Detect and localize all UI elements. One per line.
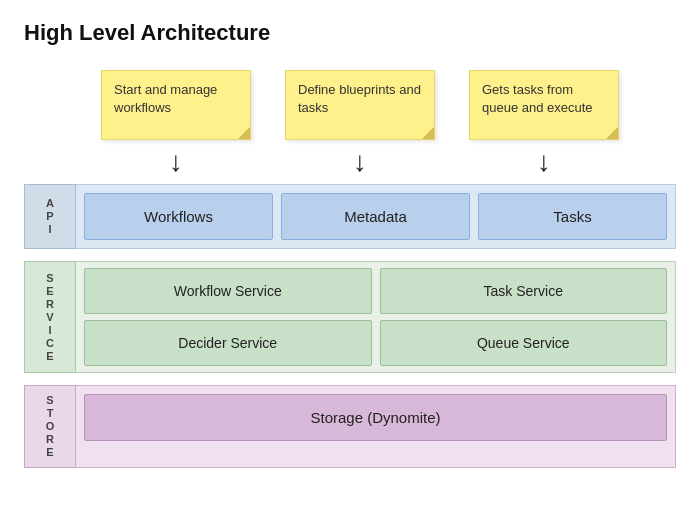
arrow-metadata: ↓ [285,144,435,180]
architecture-diagram: High Level Architecture Start and manage… [24,20,676,468]
api-tasks-cell: Tasks [478,193,667,240]
page-title: High Level Architecture [24,20,676,46]
decider-service-cell: Decider Service [84,320,372,366]
storage-cell: Storage (Dynomite) [84,394,667,441]
service-label: SERVICE [24,261,76,373]
task-service-cell: Task Service [380,268,668,314]
api-workflows-cell: Workflows [84,193,273,240]
service-row-1: Workflow Service Task Service [84,268,667,314]
store-content: Storage (Dynomite) [76,385,676,468]
api-row: API Workflows Metadata Tasks [24,184,676,249]
queue-service-cell: Queue Service [380,320,668,366]
workflow-service-cell: Workflow Service [84,268,372,314]
service-content: Workflow Service Task Service Decider Se… [76,261,676,373]
sticky-tasks: Gets tasks from queue and execute [469,70,619,140]
api-label: API [24,184,76,249]
sticky-workflows: Start and manage workflows [101,70,251,140]
arrow-workflows: ↓ [101,144,251,180]
sticky-notes-row: Start and manage workflows Define bluepr… [24,70,676,140]
service-row: SERVICE Workflow Service Task Service De… [24,261,676,373]
arrow-tasks: ↓ [469,144,619,180]
store-label: STORE [24,385,76,468]
service-row-2: Decider Service Queue Service [84,320,667,366]
store-row: STORE Storage (Dynomite) [24,385,676,468]
api-metadata-cell: Metadata [281,193,470,240]
api-content: Workflows Metadata Tasks [76,184,676,249]
arrows-row: ↓ ↓ ↓ [24,144,676,180]
sticky-metadata: Define blueprints and tasks [285,70,435,140]
